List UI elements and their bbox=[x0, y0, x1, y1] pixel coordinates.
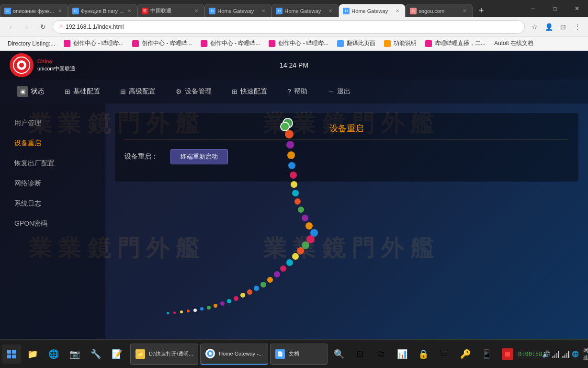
tab-7-close[interactable]: ✕ bbox=[461, 7, 468, 15]
nav-basic-config[interactable]: ⊞ 基础配置 bbox=[57, 84, 108, 99]
taskbar-app-docs-icon: 📄 bbox=[275, 349, 285, 359]
sidebar-system-log[interactable]: 系统日志 bbox=[0, 194, 105, 214]
taskbar-icon-6[interactable]: ⊡ bbox=[351, 345, 370, 364]
back-button[interactable]: ‹ bbox=[4, 20, 17, 34]
taskbar-icon-4[interactable]: 🔧 bbox=[86, 345, 105, 364]
taskbar-search-icon[interactable]: 🔍 bbox=[329, 345, 349, 364]
close-button[interactable]: ✕ bbox=[566, 0, 588, 17]
taskbar-icon-1[interactable]: 📁 bbox=[23, 345, 42, 364]
nav-device-manage-label: 设备管理 bbox=[185, 87, 212, 96]
signal-bars bbox=[552, 350, 559, 358]
taskbar-app-docs[interactable]: 📄 文档 bbox=[270, 344, 328, 365]
bookmark-2[interactable]: 创作中心 - 哔哩哔... bbox=[60, 38, 127, 49]
bookmark-5[interactable]: 创作中心 - 哔哩哔... bbox=[265, 38, 332, 49]
taskbar-icon-7-glyph: 🗂 bbox=[377, 349, 385, 359]
bookmark-6-favicon bbox=[337, 40, 344, 47]
taskbar: 📁 🌐 📷 🔧 📝 📁 D:\快速打开\透明... bbox=[0, 339, 588, 368]
address-text: 192.168.1.1/index.html bbox=[66, 23, 124, 30]
sidebar-factory-reset[interactable]: 恢复出厂配置 bbox=[0, 153, 105, 173]
tab-1[interactable]: C описание функ... ✕ bbox=[0, 4, 68, 17]
taskbar-icon-2[interactable]: 🌐 bbox=[44, 345, 63, 364]
new-tab-button[interactable]: + bbox=[475, 4, 488, 17]
sidebar-device-restart[interactable]: 设备重启 bbox=[0, 133, 105, 153]
network-label: 网络连接 bbox=[581, 347, 588, 361]
nav-device-manage[interactable]: ⚙ 设备管理 bbox=[168, 84, 219, 99]
tab-1-label: описание функ... bbox=[13, 8, 54, 14]
recording-square bbox=[505, 352, 510, 356]
address-input[interactable]: ⚠ 192.168.1.1/index.html bbox=[53, 20, 525, 34]
taskbar-app-docs-label: 文档 bbox=[289, 350, 299, 357]
taskbar-right: 0:00:58 🔊 🌐 网络连接 bbox=[498, 347, 588, 361]
nav-quick-config-label: 快速配置 bbox=[240, 87, 267, 96]
nav-quick-config[interactable]: ⊞ 快速配置 bbox=[224, 84, 275, 99]
svg-rect-6 bbox=[12, 355, 16, 358]
bookmark-6[interactable]: 翻译此页面 bbox=[333, 38, 379, 49]
taskbar-icon-9[interactable]: 🔒 bbox=[414, 345, 433, 364]
taskbar-icon-10-glyph: 🛡 bbox=[440, 349, 449, 359]
sidebar-network-diag[interactable]: 网络诊断 bbox=[0, 173, 105, 194]
nav-help[interactable]: ? 帮助 bbox=[280, 84, 315, 99]
taskbar-icon-4-glyph: 🔧 bbox=[90, 349, 101, 359]
tab-5-close[interactable]: ✕ bbox=[327, 7, 334, 15]
profile-button[interactable]: 👤 bbox=[542, 20, 555, 34]
bookmark-star[interactable]: ☆ bbox=[528, 20, 541, 34]
logo-inner bbox=[13, 57, 30, 74]
tab-4[interactable]: H Home Gateway ✕ bbox=[204, 4, 271, 17]
tab-4-close[interactable]: ✕ bbox=[260, 7, 267, 15]
tab-3[interactable]: 联 中国联通 ✕ bbox=[137, 4, 204, 17]
bookmark-7[interactable]: 功能说明 bbox=[380, 38, 420, 49]
settings-button[interactable]: ⋮ bbox=[571, 20, 584, 34]
nav-quick-config-icon: ⊞ bbox=[232, 88, 237, 95]
svg-rect-4 bbox=[12, 350, 16, 354]
nav-logout[interactable]: → 退出 bbox=[320, 84, 358, 99]
taskbar-app-browser[interactable]: Home Gateway -... bbox=[200, 344, 268, 365]
start-button[interactable] bbox=[2, 345, 21, 364]
extensions-button[interactable]: ⊡ bbox=[556, 20, 570, 34]
nav-advanced-config[interactable]: ⊞ 高级配置 bbox=[113, 84, 163, 99]
tab-7[interactable]: S sogou.com ✕ bbox=[406, 4, 473, 17]
form-label: 设备重启： bbox=[124, 152, 163, 161]
taskbar-app-explorer[interactable]: 📁 D:\快速打开\透明... bbox=[130, 344, 198, 365]
bookmark-8[interactable]: 哔哩哔哩直播，二... bbox=[421, 38, 489, 49]
bookmark-5-label: 创作中心 - 哔哩哔... bbox=[278, 39, 328, 47]
bookmark-9-label: Autolt 在线文档 bbox=[494, 39, 533, 47]
tab-1-close[interactable]: ✕ bbox=[56, 7, 64, 15]
taskbar-icon-7[interactable]: 🗂 bbox=[372, 345, 391, 364]
taskbar-icon-3-glyph: 📷 bbox=[69, 349, 80, 359]
taskbar-icon-11[interactable]: 🔑 bbox=[456, 345, 475, 364]
tab-6[interactable]: H Home Gateway ✕ bbox=[339, 4, 406, 17]
bookmark-8-label: 哔哩哔哩直播，二... bbox=[435, 39, 486, 47]
nav-advanced-config-icon: ⊞ bbox=[120, 88, 126, 95]
bookmark-1[interactable]: Directory Listing:... bbox=[4, 38, 59, 49]
bookmark-1-label: Directory Listing:... bbox=[8, 40, 55, 47]
tab-2[interactable]: C Функция Binary ... ✕ bbox=[68, 4, 138, 17]
nav-status[interactable]: ▣ 状态 bbox=[10, 83, 52, 100]
volume-icon[interactable]: 🔊 bbox=[542, 348, 550, 360]
tab-bar: C описание функ... ✕ C Функция Binary ..… bbox=[0, 0, 588, 17]
minimize-button[interactable]: ─ bbox=[522, 0, 544, 17]
nav-logout-icon: → bbox=[328, 88, 334, 95]
taskbar-icon-1-glyph: 📁 bbox=[27, 349, 38, 359]
tab-2-close[interactable]: ✕ bbox=[125, 7, 133, 15]
taskbar-icon-5[interactable]: 📝 bbox=[107, 345, 126, 364]
nav-logout-label: 退出 bbox=[337, 87, 351, 96]
restart-button[interactable]: 终端重新启动 bbox=[170, 149, 228, 164]
forward-button[interactable]: › bbox=[20, 20, 34, 34]
sidebar-user-manage[interactable]: 用户管理 bbox=[0, 113, 105, 133]
sidebar-gpon-password[interactable]: GPON密码 bbox=[0, 214, 105, 234]
taskbar-icon-10[interactable]: 🛡 bbox=[435, 345, 454, 364]
taskbar-icon-12[interactable]: 📱 bbox=[477, 345, 496, 364]
taskbar-icon-8[interactable]: 📊 bbox=[393, 345, 412, 364]
bookmark-3[interactable]: 创作中心 - 哔哩哔... bbox=[128, 38, 196, 49]
bookmark-9[interactable]: Autolt 在线文档 bbox=[490, 38, 537, 49]
windows-icon bbox=[7, 349, 16, 359]
tab-3-close[interactable]: ✕ bbox=[192, 7, 200, 15]
bookmark-8-favicon bbox=[425, 40, 432, 47]
taskbar-icon-3[interactable]: 📷 bbox=[65, 345, 84, 364]
reload-button[interactable]: ↻ bbox=[36, 20, 50, 34]
tab-5[interactable]: H Home Gateway ✕ bbox=[271, 4, 339, 17]
maximize-button[interactable]: □ bbox=[544, 0, 566, 17]
tab-6-close[interactable]: ✕ bbox=[394, 7, 401, 15]
network-icon[interactable]: 🌐 bbox=[571, 348, 579, 360]
bookmark-4[interactable]: 创作中心 - 哔哩哔... bbox=[197, 38, 264, 49]
